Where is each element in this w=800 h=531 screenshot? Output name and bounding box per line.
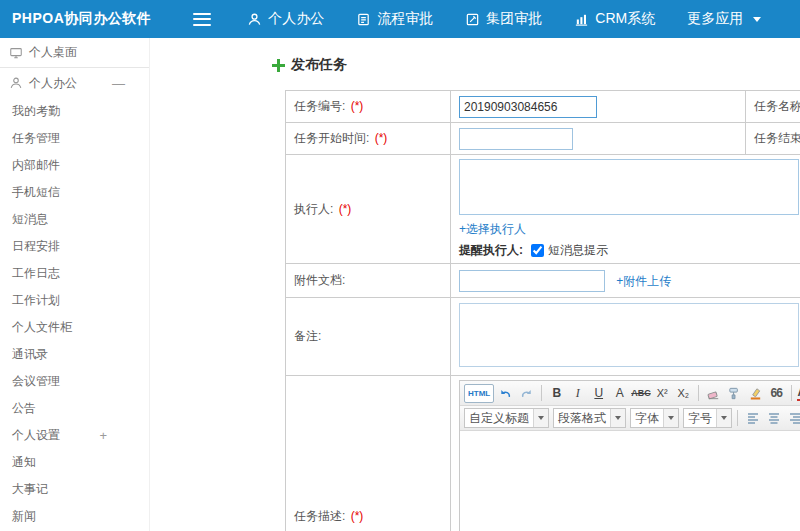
sidebar-item[interactable]: 日程安排 xyxy=(0,233,149,260)
sidebar-item[interactable]: 个人文件柜 xyxy=(0,314,149,341)
nav-label: 个人办公 xyxy=(268,10,324,28)
eraser-icon xyxy=(706,386,721,401)
row-remark: 备注: xyxy=(286,298,800,376)
editor-dropdown[interactable]: 自定义标题 xyxy=(464,408,549,428)
nav-personal-office[interactable]: 个人办公 xyxy=(247,10,324,28)
align-left-button[interactable] xyxy=(743,409,762,428)
toolbar-separator xyxy=(698,385,699,401)
editor-dropdown[interactable]: 字号 xyxy=(683,408,732,428)
nav-label: 流程审批 xyxy=(377,10,433,28)
bar-chart-icon xyxy=(574,12,589,27)
top-header: PHPOA协同办公软件 个人办公 流程审批 集团审批 CRM系统 更多应用 xyxy=(0,0,800,38)
sidebar-item[interactable]: 我的考勤 xyxy=(0,98,149,125)
superscript-button[interactable]: X² xyxy=(653,384,672,403)
sidebar-item[interactable]: 通知 xyxy=(0,449,149,476)
sidebar-item[interactable]: 工作日志 xyxy=(0,260,149,287)
row-description: 任务描述: (*) HTML xyxy=(286,376,800,531)
sidebar-item-label: 工作计划 xyxy=(12,292,60,309)
sidebar-item-label: 会议管理 xyxy=(12,373,60,390)
align-center-button[interactable] xyxy=(764,409,783,428)
redo-button[interactable] xyxy=(517,384,536,403)
page-title-bar: 发布任务 xyxy=(272,52,800,78)
sidebar-item[interactable]: 短消息 xyxy=(0,206,149,233)
bold-button[interactable]: B xyxy=(547,384,566,403)
sidebar-item[interactable]: 任务管理 xyxy=(0,125,149,152)
sms-remind-label: 短消息提示 xyxy=(548,242,608,259)
collapse-icon[interactable]: — xyxy=(112,76,125,91)
page-title: 发布任务 xyxy=(291,56,347,74)
sidebar-group-personal-office[interactable]: 个人办公 — xyxy=(0,68,149,98)
row-task-time: 任务开始时间: (*) 任务结束时间: (*) xyxy=(286,123,800,155)
format-brush-button[interactable] xyxy=(725,384,744,403)
editor-dropdown[interactable]: 字体 xyxy=(630,408,679,428)
task-number-input[interactable] xyxy=(459,96,597,118)
sidebar-extra-list: 通知 大事记 新闻 xyxy=(0,449,149,530)
align-right-button[interactable] xyxy=(785,409,800,428)
caret-down-icon xyxy=(753,17,761,22)
nav-process-approval[interactable]: 流程审批 xyxy=(356,10,433,28)
sidebar-item[interactable]: 大事记 xyxy=(0,476,149,503)
sidebar-item-desktop[interactable]: 个人桌面 xyxy=(0,38,149,68)
app-logo: PHPOA协同办公软件 xyxy=(0,10,163,28)
start-time-input[interactable] xyxy=(459,128,573,150)
highlight-button[interactable] xyxy=(746,384,765,403)
choose-executor-link[interactable]: +选择执行人 xyxy=(459,222,526,236)
sidebar-item[interactable]: 公告 xyxy=(0,395,149,422)
nav-more-apps[interactable]: 更多应用 xyxy=(687,10,761,28)
undo-button[interactable] xyxy=(496,384,515,403)
brush-icon xyxy=(727,386,742,401)
required-mark: (*) xyxy=(351,99,364,113)
sidebar-item-label: 通讯录 xyxy=(12,346,48,363)
undo-icon xyxy=(498,386,513,401)
editor-content-area[interactable] xyxy=(460,431,800,531)
dropdown-arrow xyxy=(716,409,731,427)
strikethrough-button[interactable]: ABC xyxy=(631,384,651,403)
sidebar-item[interactable]: 工作计划 xyxy=(0,287,149,314)
subscript-button[interactable]: X₂ xyxy=(674,384,693,403)
sidebar-group-personal-settings[interactable]: 个人设置 + xyxy=(0,422,149,449)
sidebar-item[interactable]: 通讯录 xyxy=(0,341,149,368)
remark-textarea[interactable] xyxy=(459,303,799,367)
attachment-input[interactable] xyxy=(459,270,605,292)
sidebar-item-label: 工作日志 xyxy=(12,265,60,282)
italic-button[interactable]: I xyxy=(568,384,587,403)
sidebar-item-label: 通知 xyxy=(12,454,36,471)
sidebar-item-label: 短消息 xyxy=(12,211,48,228)
sidebar-item[interactable]: 新闻 xyxy=(0,503,149,530)
blockquote-button[interactable]: 66 xyxy=(767,384,786,403)
sidebar-item-label: 日程安排 xyxy=(12,238,60,255)
nav-group-approval[interactable]: 集团审批 xyxy=(465,10,542,28)
remind-executor-label: 提醒执行人: xyxy=(459,242,523,259)
user-icon xyxy=(9,76,23,90)
rich-text-editor: HTML B I U A xyxy=(459,380,800,531)
editor-toolbar-1: HTML B I U A xyxy=(460,381,800,406)
monitor-icon xyxy=(9,46,23,60)
expand-icon[interactable]: + xyxy=(99,428,107,443)
start-time-label: 任务开始时间: (*) xyxy=(286,123,451,155)
html-source-button[interactable]: HTML xyxy=(464,384,494,403)
sidebar-item[interactable]: 会议管理 xyxy=(0,368,149,395)
dropdown-arrow xyxy=(610,409,625,427)
nav-label: 集团审批 xyxy=(486,10,542,28)
dropdown-arrow xyxy=(663,409,678,427)
highlighter-icon xyxy=(748,386,763,401)
font-button[interactable]: A xyxy=(610,384,629,403)
sms-remind-checkbox[interactable] xyxy=(531,244,544,257)
underline-button[interactable]: U xyxy=(589,384,608,403)
editor-dropdown[interactable]: 段落格式 xyxy=(553,408,626,428)
required-mark: (*) xyxy=(351,509,364,523)
nav-crm-system[interactable]: CRM系统 xyxy=(574,10,655,28)
align-left-icon xyxy=(746,411,760,425)
sidebar-item[interactable]: 手机短信 xyxy=(0,179,149,206)
attachment-upload-link[interactable]: +附件上传 xyxy=(616,274,671,288)
redo-icon xyxy=(519,386,534,401)
executor-textarea[interactable] xyxy=(459,159,799,215)
toolbar-separator xyxy=(791,385,792,401)
menu-toggle-icon[interactable] xyxy=(193,13,211,26)
toolbar-separator xyxy=(541,385,542,401)
eraser-button[interactable] xyxy=(704,384,723,403)
sidebar-item[interactable]: 内部邮件 xyxy=(0,152,149,179)
attachment-label: 附件文档: xyxy=(286,264,451,298)
align-right-icon xyxy=(788,411,800,425)
remark-label: 备注: xyxy=(286,298,451,376)
